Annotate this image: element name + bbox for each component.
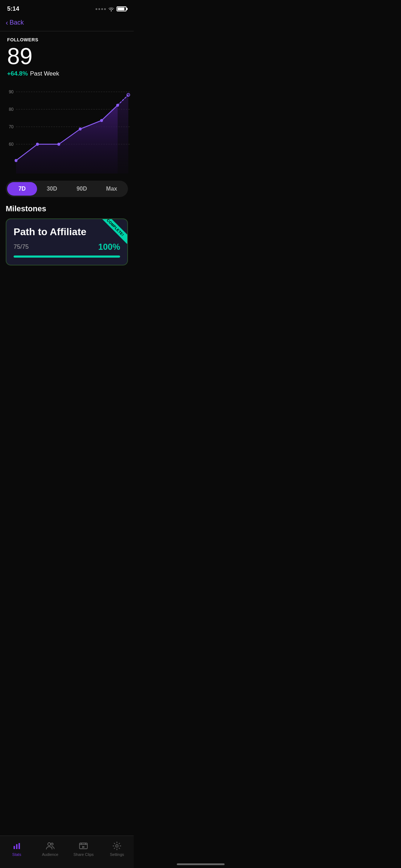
chart-svg: 90 80 70 60	[4, 84, 130, 174]
filter-30d[interactable]: 30D	[37, 182, 67, 196]
change-period: Past Week	[30, 70, 59, 77]
svg-point-15	[100, 119, 103, 122]
milestones-title: Milestones	[6, 204, 128, 213]
back-label: Back	[10, 19, 24, 26]
followers-label: FOLLOWERS	[7, 37, 127, 42]
svg-marker-8	[16, 105, 118, 174]
svg-point-13	[57, 143, 60, 146]
complete-badge-text: COMPLETE!	[99, 219, 127, 244]
card-fraction: 75/75	[14, 243, 29, 250]
svg-point-12	[36, 143, 39, 146]
svg-point-14	[79, 128, 82, 130]
filter-90d[interactable]: 90D	[67, 182, 97, 196]
status-bar: 5:14	[0, 0, 134, 16]
complete-badge: COMPLETE!	[99, 219, 127, 248]
followers-count: 89	[7, 44, 127, 69]
back-chevron-icon: ‹	[6, 19, 8, 27]
milestones-section: Milestones COMPLETE! Path to Affiliate 7…	[0, 204, 134, 271]
svg-text:60: 60	[9, 142, 14, 147]
svg-text:80: 80	[9, 107, 14, 112]
wifi-icon	[108, 6, 114, 11]
followers-change: +64.8% Past Week	[7, 70, 127, 77]
svg-point-16	[116, 104, 119, 107]
signal-icon	[96, 8, 106, 10]
filter-max[interactable]: Max	[97, 182, 127, 196]
svg-marker-9	[118, 95, 128, 174]
svg-text:70: 70	[9, 124, 14, 129]
svg-text:90: 90	[9, 89, 14, 94]
followers-section: FOLLOWERS 89 +64.8% Past Week	[0, 31, 134, 77]
svg-point-11	[15, 159, 17, 162]
time-filter: 7D 30D 90D Max	[6, 181, 128, 197]
progress-bar	[14, 255, 120, 258]
status-time: 5:14	[7, 5, 19, 12]
status-icons	[96, 6, 127, 11]
progress-fill	[14, 255, 120, 258]
change-percent: +64.8%	[7, 70, 28, 77]
affiliate-card: COMPLETE! Path to Affiliate 75/75 100%	[6, 218, 128, 265]
followers-chart: 90 80 70 60	[0, 77, 134, 177]
battery-icon	[117, 6, 127, 11]
filter-7d[interactable]: 7D	[7, 182, 37, 196]
back-button[interactable]: ‹ Back	[0, 16, 134, 31]
